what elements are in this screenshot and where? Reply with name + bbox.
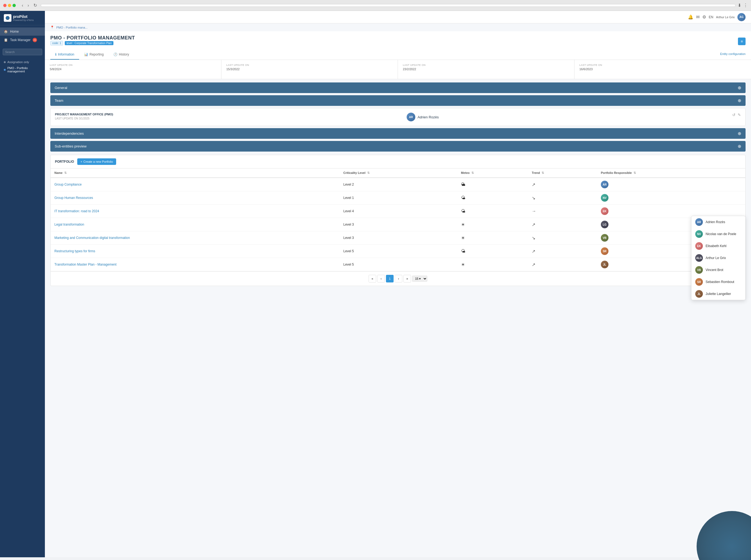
col-criticality[interactable]: Criticality Level ⇅: [340, 168, 457, 178]
cell-criticality: Level 3: [340, 218, 457, 231]
more-options-icon[interactable]: ⋮: [744, 3, 748, 8]
dot-icon: [4, 69, 6, 71]
summary-card-0: LAST UPDATE ON 5/8/2024: [45, 60, 221, 79]
history-action-icon[interactable]: ↺: [732, 113, 735, 117]
first-page-button[interactable]: «: [369, 275, 376, 282]
next-page-button[interactable]: ›: [395, 275, 402, 282]
tab-information[interactable]: ℹ Information: [50, 50, 79, 60]
row-name-link[interactable]: Group Compliance: [55, 183, 82, 186]
trend-arrow: ↗: [532, 222, 535, 227]
prev-page-button[interactable]: ‹: [377, 275, 385, 282]
meteo-icon: 🌥: [461, 182, 465, 187]
main-content: 🔔 ✉ ⚙ EN Arthur Le Grix AG 📍 PMO - Portf…: [45, 11, 751, 557]
tab-reporting[interactable]: 📊 Reporting: [79, 50, 108, 60]
username-label: Arthur Le Grix: [716, 16, 735, 19]
section-sub-entities[interactable]: Sub-entities preview ⊕: [50, 141, 746, 152]
back-button[interactable]: ‹: [20, 2, 25, 8]
dropdown-item[interactable]: AR Adrien Rozès: [691, 216, 745, 228]
maximize-window-button[interactable]: [13, 4, 16, 7]
last-page-button[interactable]: »: [403, 275, 411, 282]
row-name-link[interactable]: Marketing and Communication digital tran…: [55, 236, 130, 240]
edit-action-icon[interactable]: ✎: [738, 113, 741, 117]
summary-card-date-3: 16/6/2023: [580, 67, 746, 71]
col-trend[interactable]: Trend ⇅: [528, 168, 597, 178]
dropdown-avatar-img: EK: [695, 242, 703, 250]
responsible-avatar: JL: [601, 261, 608, 268]
dropdown-avatar-img: AR: [695, 218, 703, 226]
cell-criticality: Level 1: [340, 191, 457, 205]
section-interdependencies[interactable]: Interdependencies ⊕: [50, 128, 746, 139]
dropdown-item[interactable]: VB Vincent Brot: [691, 264, 745, 276]
entity-config-link[interactable]: Entity configuration: [720, 52, 746, 56]
sidebar-item-pmo-portfolio[interactable]: PMO - Portfolio management: [0, 65, 45, 74]
team-item-actions: ↺ ✎: [732, 113, 741, 117]
col-responsible[interactable]: Portfolio Responsible ⇅: [597, 168, 745, 178]
download-icon[interactable]: ⬇: [738, 3, 741, 8]
dropdown-item[interactable]: NV Nicolas van de Poele: [691, 228, 745, 240]
cell-name: Transformation Master Plan - Management: [50, 258, 340, 271]
trend-arrow: ↗: [532, 262, 535, 267]
team-member-avatar-image: AR: [407, 113, 415, 121]
responsible-avatar-img: VB: [601, 234, 608, 242]
close-window-button[interactable]: [3, 4, 6, 7]
row-name-link[interactable]: Transformation Master Plan - Management: [55, 263, 117, 266]
cell-trend: ↗: [528, 218, 597, 231]
refresh-button[interactable]: ↻: [32, 2, 39, 8]
responsible-avatar: SR: [601, 247, 608, 255]
dropdown-item-name: Elisabeth Kehl: [706, 244, 727, 248]
page-menu-button[interactable]: ≡: [738, 38, 746, 45]
pmo-portfolio-label: PMO - Portfolio management: [7, 66, 41, 73]
cell-trend: →: [528, 205, 597, 218]
per-page-select[interactable]: 15 ▾ 25 ▾ 50 ▾: [412, 276, 427, 282]
notification-icon[interactable]: 🔔: [688, 15, 693, 20]
content-area: General ⊕ Team ⊕ PROJECT MANAGEMENT OFFI…: [45, 82, 751, 292]
tabs: ℹ Information 📊 Reporting 🕐 History: [50, 50, 134, 60]
dot-icon: [4, 61, 6, 63]
row-name-link[interactable]: Group Human Ressources: [55, 196, 93, 200]
plus-icon: +: [81, 160, 82, 163]
mail-icon[interactable]: ✉: [696, 15, 699, 20]
breadcrumb-link[interactable]: PMO - Portfolio mana...: [56, 26, 87, 29]
meteo-icon: 🌤: [461, 195, 465, 200]
dropdown-item-name: Arthur Le Grix: [706, 256, 726, 260]
table-header-row: Name ⇅ Criticality Level ⇅ Meteo ⇅: [50, 168, 745, 178]
section-team-chevron: ⊕: [738, 98, 741, 103]
forward-button[interactable]: ›: [26, 2, 31, 8]
table-row: Transformation Master Plan - Management …: [50, 258, 745, 271]
row-name-link[interactable]: Legal transformation: [55, 223, 84, 226]
task-manager-icon: 📋: [4, 38, 8, 42]
sidebar-logo: proPilot Powered by eTerra: [0, 11, 45, 25]
cell-name: Group Compliance: [50, 178, 340, 191]
dropdown-item[interactable]: ALG Arthur Le Grix: [691, 252, 745, 264]
dropdown-item[interactable]: SR Sebastien Rombout: [691, 276, 745, 288]
row-name-link[interactable]: Restructuring types for firms: [55, 249, 95, 253]
page-1-button[interactable]: 1: [386, 275, 393, 282]
sidebar-item-home[interactable]: 🏠 Home: [0, 27, 45, 36]
col-meteo[interactable]: Meteo ⇅: [457, 168, 528, 178]
row-name-link[interactable]: IT transformation: road to 2024: [55, 209, 99, 213]
section-team[interactable]: Team ⊕: [50, 95, 746, 106]
minimize-window-button[interactable]: [8, 4, 11, 7]
team-item-date: LAST UPDATE ON 3/1/2025: [55, 117, 113, 120]
col-name[interactable]: Name ⇅: [50, 168, 340, 178]
team-item-title: PROJECT MANAGEMENT OFFICE (PMO): [55, 113, 113, 116]
dropdown-avatar: EK: [695, 242, 703, 250]
sidebar-item-assignation-only[interactable]: Assignation only: [0, 59, 45, 65]
settings-icon[interactable]: ⚙: [702, 15, 706, 20]
sidebar-section: Assignation only PMO - Portfolio managem…: [0, 57, 45, 76]
tab-history[interactable]: 🕐 History: [108, 50, 134, 60]
dropdown-item[interactable]: EK Elisabeth Kehl: [691, 240, 745, 252]
browser-window-controls: [3, 4, 16, 7]
language-selector[interactable]: EN: [709, 15, 713, 19]
browser-navigation: ‹ › ↻: [20, 2, 39, 8]
sidebar-item-task-manager[interactable]: 📋 Task Manager 21: [0, 36, 45, 44]
dropdown-item[interactable]: JL Juliette Langellier: [691, 288, 745, 300]
url-bar[interactable]: [41, 4, 735, 7]
search-input[interactable]: [3, 49, 42, 55]
dropdown-avatar-img: JL: [695, 290, 703, 298]
cell-meteo: ☀: [457, 231, 528, 245]
cell-meteo: 🌥: [457, 178, 528, 191]
user-avatar: AG: [737, 13, 746, 21]
section-general[interactable]: General ⊕: [50, 82, 746, 93]
create-portfolio-button[interactable]: + Create a new Portfolio: [77, 158, 116, 165]
